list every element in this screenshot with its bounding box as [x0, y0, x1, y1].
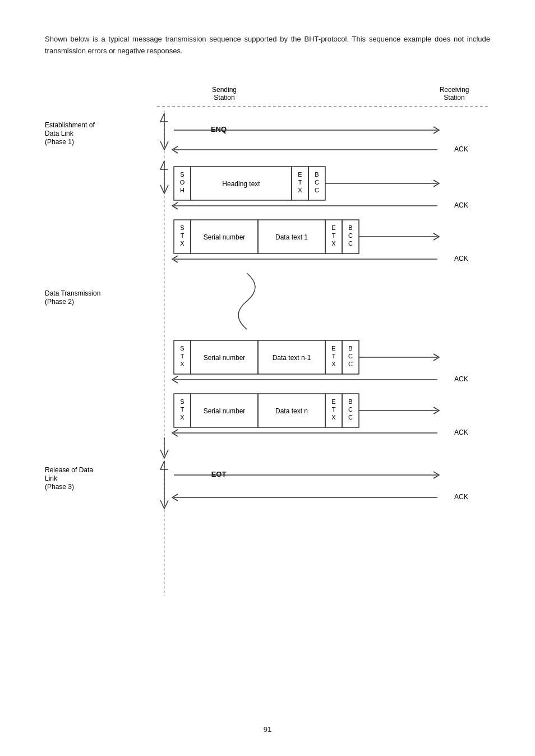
- etx1-x: X: [298, 187, 302, 193]
- etx2-t: T: [332, 232, 336, 239]
- page-number: 91: [45, 725, 490, 734]
- bcc1-b: B: [315, 171, 319, 178]
- phase3-label2: Link: [45, 474, 58, 482]
- ack3-label: ACK: [454, 255, 468, 262]
- bcc2-c1: C: [348, 232, 353, 239]
- etx3-x: X: [331, 361, 336, 367]
- soh-h: H: [180, 187, 185, 193]
- serial1-label: Serial number: [204, 233, 246, 241]
- data1-label: Data text 1: [275, 233, 308, 241]
- bcc1-c2: C: [315, 187, 319, 193]
- phase2-label2: (Phase 2): [45, 298, 74, 306]
- ack2-label: ACK: [454, 201, 468, 209]
- intro-paragraph: Shown below is a typical message transmi…: [45, 34, 490, 57]
- continuation-curve: [238, 273, 255, 329]
- phase1-label2: Data Link: [45, 130, 74, 137]
- soh-s: S: [180, 171, 184, 178]
- stx2-x: X: [180, 361, 185, 367]
- etx1-e: E: [298, 171, 302, 178]
- serial2-label: Serial number: [204, 354, 246, 362]
- stx1-t: T: [181, 232, 185, 239]
- phase1-label3: (Phase 1): [45, 138, 74, 146]
- stx3-t: T: [181, 406, 185, 413]
- receiving-station-label2: Station: [444, 94, 464, 102]
- bcc4-c2: C: [348, 414, 353, 421]
- etx4-x: X: [331, 414, 336, 421]
- stx2-t: T: [181, 353, 185, 359]
- bcc3-c2: C: [348, 361, 353, 367]
- phase2-label1: Data Transmission: [45, 289, 100, 297]
- phase3-label3: (Phase 3): [45, 483, 74, 491]
- bcc3-b: B: [348, 345, 352, 352]
- bcc4-b: B: [348, 398, 352, 405]
- sending-station-label2: Station: [214, 94, 234, 102]
- stx3-x: X: [180, 414, 185, 421]
- stx2-s: S: [180, 345, 184, 352]
- etx2-x: X: [331, 240, 336, 247]
- bcc2-b: B: [348, 224, 352, 231]
- etx4-t: T: [332, 406, 336, 413]
- eot-label: EOT: [211, 470, 227, 478]
- sending-station-label: Sending: [212, 86, 237, 94]
- ack4-label: ACK: [454, 375, 468, 383]
- etx4-e: E: [331, 398, 335, 405]
- etx1-t: T: [298, 179, 302, 186]
- heading-text-label: Heading text: [222, 180, 260, 188]
- bcc4-c1: C: [348, 406, 353, 413]
- ack1-label: ACK: [454, 145, 468, 153]
- diagram-svg: Sending Station Receiving Station Establ…: [45, 80, 490, 629]
- etx3-t: T: [332, 353, 336, 359]
- datan-label: Data text n: [275, 407, 308, 415]
- etx3-e: E: [331, 345, 335, 352]
- phase1-label1: Establishment of: [45, 121, 95, 129]
- bcc2-c2: C: [348, 240, 353, 247]
- ack5-label: ACK: [454, 428, 468, 436]
- bcc3-c1: C: [348, 353, 353, 359]
- stx1-s: S: [180, 224, 184, 231]
- stx1-x: X: [180, 240, 185, 247]
- datan1-label: Data text n-1: [273, 354, 311, 362]
- etx2-e: E: [331, 224, 335, 231]
- ack6-label: ACK: [454, 493, 468, 501]
- phase3-label1: Release of Data: [45, 466, 93, 474]
- enq-label: ENQ: [211, 125, 227, 133]
- serial3-label: Serial number: [204, 407, 246, 415]
- receiving-station-label: Receiving: [440, 86, 469, 94]
- stx3-s: S: [180, 398, 184, 405]
- sequence-diagram: Sending Station Receiving Station Establ…: [45, 80, 490, 640]
- soh-o: O: [180, 179, 185, 186]
- bcc1-c1: C: [315, 179, 319, 186]
